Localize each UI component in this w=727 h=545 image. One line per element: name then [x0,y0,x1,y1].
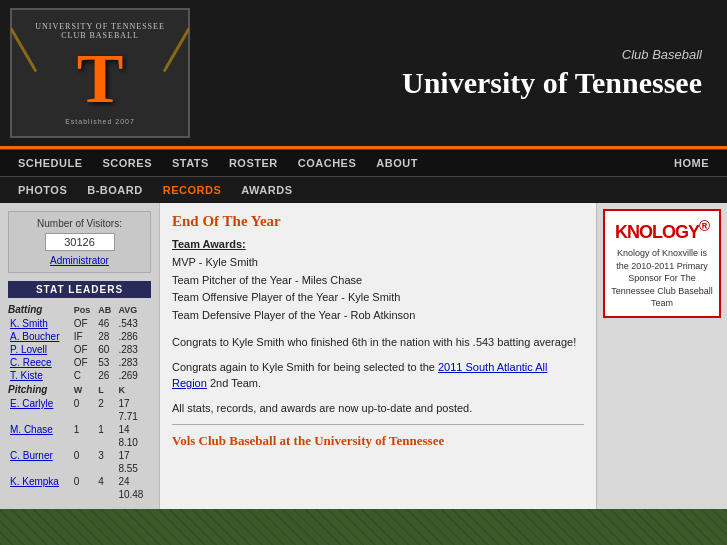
batting-row-5: T. Kiste C 26 .269 [8,369,151,382]
logo-area: University of Tennessee Club Baseball T … [10,8,190,138]
right-sidebar: KNOLOGY® Knology of Knoxville is the 201… [597,203,727,509]
visitor-box: Number of Visitors: 30126 Administrator [8,211,151,273]
left-sidebar: Number of Visitors: 30126 Administrator … [0,203,160,509]
player-cburner[interactable]: C. Burner [10,450,53,461]
player-ecarlyle[interactable]: E. Carlyle [10,398,53,409]
nav-about[interactable]: ABOUT [366,154,428,172]
team-awards-label: Team Awards: [172,238,584,250]
pitching-row-2b: 8.10 [8,436,151,449]
nav-roster[interactable]: ROSTER [219,154,288,172]
pitching-row-1: E. Carlyle 0 2 17 [8,397,151,410]
award-offensive: Team Offensive Player of the Year - Kyle… [172,289,584,307]
sponsor-box: KNOLOGY® Knology of Knoxville is the 201… [603,209,721,318]
content-area: Number of Visitors: 30126 Administrator … [0,203,727,509]
pitching-row-4: K. Kempka 0 4 24 [8,475,151,488]
batting-ab-col: AB [96,302,116,317]
awards-section: Team Awards: MVP - Kyle Smith Team Pitch… [172,238,584,324]
section-divider [172,424,584,425]
primary-nav: SCHEDULE SCORES STATS ROSTER COACHES ABO… [0,149,727,176]
player-mchase[interactable]: M. Chase [10,424,53,435]
award-defensive: Team Defensive Player of the Year - Rob … [172,307,584,325]
pitching-section-header: Pitching [8,382,72,397]
nav-bboard[interactable]: B-BOARD [77,181,152,199]
stat-leaders-table: Batting Pos AB AVG K. Smith OF 46 .543 A… [8,302,151,501]
award-mvp: MVP - Kyle Smith [172,254,584,272]
nav-awards[interactable]: AWARDS [231,181,302,199]
player-plovell[interactable]: P. Lovell [10,344,47,355]
pitching-row-3b: 8.55 [8,462,151,475]
visitor-label: Number of Visitors: [15,218,144,229]
nav-scores[interactable]: SCORES [93,154,162,172]
congrats-3: All stats, records, and awards are now u… [172,400,584,417]
nav-records[interactable]: RECORDS [153,181,232,199]
player-kkempka[interactable]: K. Kempka [10,476,59,487]
header-title: Club Baseball University of Tennessee [190,47,717,100]
pitching-l-col: L [96,382,116,397]
congrats-2: Congrats again to Kyle Smith for being s… [172,359,584,392]
congrats-1: Congrats to Kyle Smith who finished 6th … [172,334,584,351]
header-main-title: University of Tennessee [190,66,702,100]
nav-home[interactable]: HOME [664,154,719,172]
main-wrapper: University of Tennessee Club Baseball T … [0,0,727,509]
secondary-nav: PHOTOS B-BOARD RECORDS AWARDS [0,176,727,203]
header: University of Tennessee Club Baseball T … [0,0,727,149]
batting-avg-col: AVG [116,302,151,317]
admin-link[interactable]: Administrator [15,255,144,266]
batting-pos-col: Pos [72,302,96,317]
knology-text: KNOLOGY [615,222,699,242]
batting-row-3: P. Lovell OF 60 .283 [8,343,151,356]
pitching-w-col: W [72,382,96,397]
logo-established: Established 2007 [65,118,135,125]
bat-left-icon [10,28,38,73]
player-ksmith[interactable]: K. Smith [10,318,48,329]
section2-title: Vols Club Baseball at the University of … [172,433,584,449]
pitching-k-col: K [116,382,151,397]
batting-row-1: K. Smith OF 46 .543 [8,317,151,330]
nav-coaches[interactable]: COACHES [288,154,367,172]
logo-bats [22,25,178,75]
pitching-row-3: C. Burner 0 3 17 [8,449,151,462]
knology-logo: KNOLOGY® [611,217,713,243]
knology-registered: ® [699,217,709,234]
pitching-row-4b: 10.48 [8,488,151,501]
pitching-row-2: M. Chase 1 1 14 [8,423,151,436]
pitching-row-1b: 7.71 [8,410,151,423]
batting-section-header: Batting [8,302,72,317]
batting-row-4: C. Reece OF 53 .283 [8,356,151,369]
bat-right-icon [163,28,191,73]
main-section-title: End Of The Year [172,213,584,230]
nav-stats[interactable]: STATS [162,154,219,172]
batting-row-2: A. Boucher IF 28 .286 [8,330,151,343]
main-content: End Of The Year Team Awards: MVP - Kyle … [160,203,597,509]
sponsor-text: Knology of Knoxville is the 2010-2011 Pr… [611,247,713,310]
header-subtitle: Club Baseball [190,47,702,62]
nav-schedule[interactable]: SCHEDULE [8,154,93,172]
player-tkiste[interactable]: T. Kiste [10,370,43,381]
award-pitcher: Team Pitcher of the Year - Miles Chase [172,272,584,290]
player-creece[interactable]: C. Reece [10,357,52,368]
stat-leaders-header: STAT LEADERS [8,281,151,298]
nav-photos[interactable]: PHOTOS [8,181,77,199]
visitor-count: 30126 [45,233,115,251]
player-aboucher[interactable]: A. Boucher [10,331,59,342]
